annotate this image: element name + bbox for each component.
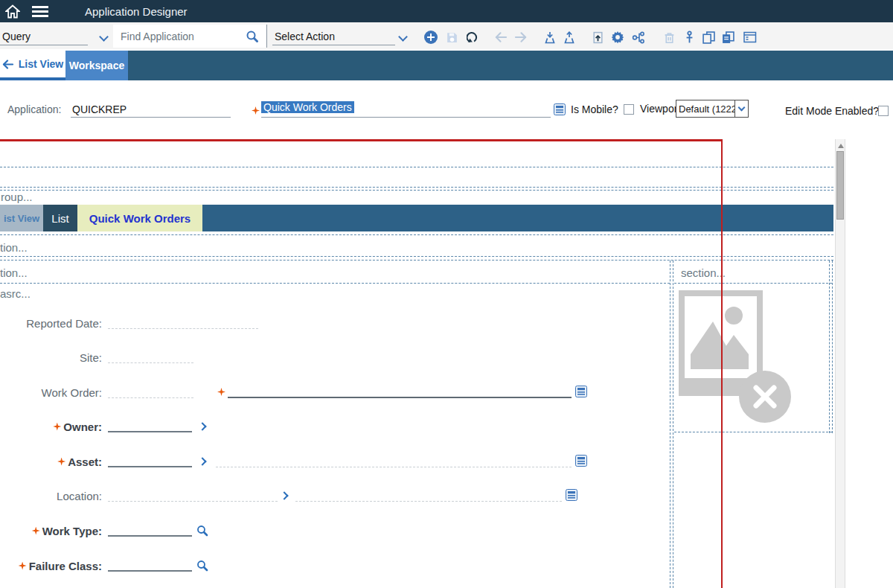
menu-button[interactable] bbox=[25, 0, 55, 22]
control-hierarchy-button[interactable] bbox=[632, 31, 645, 44]
lookup-magnifier-icon[interactable] bbox=[196, 560, 208, 572]
asset-input[interactable] bbox=[108, 456, 192, 467]
field-label: Failure Class: bbox=[0, 558, 102, 573]
arrow-left-icon bbox=[494, 31, 508, 43]
long-description-icon[interactable] bbox=[575, 386, 587, 397]
failure-class-input[interactable] bbox=[108, 560, 192, 572]
required-star-icon bbox=[217, 388, 225, 396]
field-row-failure-class: Failure Class: bbox=[0, 558, 670, 575]
paste-control-button[interactable] bbox=[721, 31, 734, 44]
owner-detail-chevron-icon[interactable] bbox=[198, 422, 206, 430]
right-section-label[interactable]: section... bbox=[681, 266, 726, 279]
clear-changes-button[interactable] bbox=[467, 31, 480, 44]
find-application-input[interactable] bbox=[113, 31, 266, 42]
required-star-icon bbox=[252, 106, 260, 115]
long-description-icon[interactable] bbox=[566, 489, 577, 501]
section-placeholder-1[interactable]: tion... bbox=[0, 241, 28, 254]
required-star-icon bbox=[32, 527, 40, 535]
delete-button[interactable] bbox=[662, 31, 676, 44]
required-star-icon bbox=[19, 562, 27, 570]
upload-image-button[interactable] bbox=[591, 31, 604, 44]
home-button[interactable] bbox=[0, 0, 25, 22]
reported-date-input[interactable] bbox=[108, 317, 258, 329]
export-icon bbox=[563, 31, 576, 44]
tab-workspace[interactable]: Workspace bbox=[65, 51, 128, 80]
query-chevron-down-icon[interactable] bbox=[99, 32, 109, 42]
long-description-icon[interactable] bbox=[575, 455, 587, 467]
location-detail-chevron-icon[interactable] bbox=[280, 491, 288, 499]
location-description-input[interactable] bbox=[295, 490, 562, 502]
is-mobile-checkbox[interactable] bbox=[624, 104, 634, 115]
dashed-guide-line bbox=[0, 283, 670, 284]
tab-list-view[interactable]: List View bbox=[0, 51, 65, 80]
owner-input[interactable] bbox=[108, 421, 192, 432]
trash-icon bbox=[663, 31, 676, 44]
canvas-tab-list[interactable]: List bbox=[43, 205, 77, 231]
nav-tab-bar: List View Workspace bbox=[0, 51, 893, 80]
description-input[interactable]: Quick Work Orders bbox=[261, 101, 551, 118]
select-action-label: Select Action bbox=[275, 31, 335, 42]
location-input[interactable] bbox=[108, 490, 278, 502]
previous-record-button[interactable] bbox=[494, 31, 508, 44]
dashed-guide-line bbox=[674, 432, 832, 432]
application-input[interactable] bbox=[71, 101, 231, 118]
scrollbar-thumb[interactable] bbox=[836, 151, 844, 220]
broken-image-x-icon bbox=[739, 371, 791, 423]
next-record-button[interactable] bbox=[514, 31, 528, 44]
dashed-guide-line bbox=[829, 261, 833, 433]
upload-image-icon bbox=[592, 31, 604, 44]
dashed-guide-line bbox=[0, 167, 833, 167]
required-star-icon bbox=[53, 423, 61, 431]
viewport-chevron-down-icon bbox=[734, 100, 748, 117]
copy-icon bbox=[702, 31, 715, 44]
work-order-input[interactable] bbox=[108, 386, 193, 398]
toolbar-divider bbox=[266, 25, 267, 48]
dashed-guide-line bbox=[0, 260, 833, 261]
query-dropdown[interactable]: Query bbox=[0, 28, 88, 45]
import-icon bbox=[543, 31, 557, 44]
edit-mode-label: Edit Mode Enabled? bbox=[785, 105, 879, 117]
site-input[interactable] bbox=[108, 351, 193, 363]
designer-canvas: roup... ist View List Quick Work Orders … bbox=[0, 139, 893, 588]
search-icon[interactable] bbox=[246, 30, 259, 43]
lookup-magnifier-icon[interactable] bbox=[196, 525, 208, 537]
page-title: Application Designer bbox=[85, 5, 188, 18]
new-record-button[interactable] bbox=[424, 31, 438, 44]
application-label: Application: bbox=[7, 103, 61, 115]
control-hierarchy-icon bbox=[632, 31, 645, 44]
group-placeholder[interactable]: roup... bbox=[1, 191, 33, 203]
canvas-tab-listview[interactable]: ist View bbox=[0, 205, 43, 231]
scrollbar-up-arrow[interactable] bbox=[838, 144, 844, 148]
toolbar: Query Select Action bbox=[0, 22, 893, 51]
save-icon bbox=[446, 31, 458, 44]
select-action-chevron-down-icon[interactable] bbox=[398, 32, 408, 42]
export-application-button[interactable] bbox=[563, 31, 576, 44]
copy-control-button[interactable] bbox=[702, 31, 715, 44]
tab-workspace-label: Workspace bbox=[69, 60, 124, 71]
field-row-work-order: Work Order: bbox=[0, 385, 670, 401]
canvas-tab-quick-work-orders[interactable]: Quick Work Orders bbox=[77, 205, 202, 231]
move-anchor-icon bbox=[683, 31, 696, 44]
app-header: Application Designer bbox=[0, 0, 893, 22]
move-control-button[interactable] bbox=[682, 31, 696, 44]
canvas-tab-filler bbox=[202, 205, 833, 231]
work-order-description-input[interactable] bbox=[228, 386, 572, 398]
asset-description-input[interactable] bbox=[216, 456, 572, 467]
viewport-select[interactable]: Default (1222x7 bbox=[676, 100, 749, 118]
datasrc-placeholder[interactable]: asrc... bbox=[0, 287, 31, 300]
asset-detail-chevron-icon[interactable] bbox=[198, 457, 206, 465]
settings-button[interactable] bbox=[611, 31, 624, 44]
canvas-scrollbar[interactable] bbox=[835, 139, 845, 588]
new-record-icon bbox=[424, 31, 438, 44]
show-dialogs-button[interactable] bbox=[743, 31, 757, 44]
save-button[interactable] bbox=[445, 31, 458, 44]
long-description-icon[interactable] bbox=[554, 103, 566, 115]
section-placeholder-2[interactable]: tion... bbox=[0, 266, 28, 279]
work-type-input[interactable] bbox=[108, 525, 192, 537]
import-application-button[interactable] bbox=[543, 31, 557, 44]
image-control-placeholder[interactable] bbox=[677, 290, 789, 432]
select-action-dropdown[interactable]: Select Action bbox=[272, 28, 395, 45]
field-label: Location: bbox=[0, 488, 102, 503]
dashed-guide-line bbox=[0, 187, 833, 191]
edit-mode-checkbox[interactable] bbox=[878, 106, 889, 116]
